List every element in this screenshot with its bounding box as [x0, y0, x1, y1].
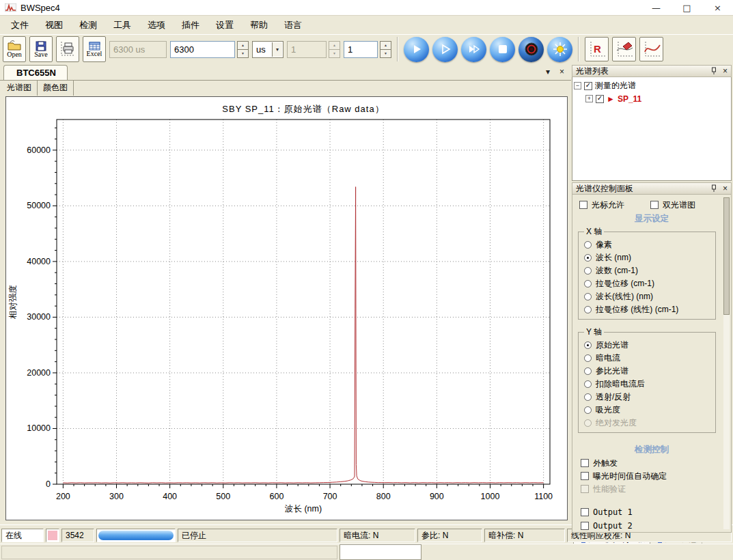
view-subtab[interactable]: 颜色图: [38, 80, 74, 96]
scrollbar-thumb[interactable]: [723, 197, 730, 315]
panel-close-icon[interactable]: ×: [723, 184, 728, 193]
x-axis-option[interactable]: 拉曼位移 (cm-1): [581, 277, 714, 290]
tree-expand-icon[interactable]: +: [585, 95, 593, 102]
option-label: 拉曼位移 (cm-1): [596, 278, 654, 290]
x-axis-option[interactable]: 拉曼位移 (线性) (cm-1): [581, 303, 714, 316]
radio-icon: [584, 393, 592, 401]
exposure-spinner[interactable]: ▲ ▼: [237, 41, 249, 58]
spectra-list-panel: 光谱列表 × − ✓ 测量的光谱 + ✓ ►: [572, 65, 732, 181]
smooth-curve-button[interactable]: [639, 37, 663, 61]
panel-scrollbar[interactable]: [723, 197, 730, 529]
detect-checkbox[interactable]: 曝光时间值自动确定: [581, 470, 731, 482]
run-once-button[interactable]: [432, 37, 458, 62]
radio-icon: [584, 419, 592, 427]
status-progress-cell: [96, 529, 176, 542]
tree-root-row[interactable]: − ✓ 测量的光谱: [574, 79, 730, 92]
item-checkbox[interactable]: ✓: [596, 95, 604, 103]
bottom-left-cell: [1, 546, 337, 559]
x-axis-option[interactable]: 像素: [581, 238, 714, 251]
menu-item[interactable]: 帮助: [242, 16, 276, 34]
menu-bar: 文件视图检测工具选项插件设置帮助语言: [0, 15, 733, 34]
reference-button[interactable]: R: [585, 37, 609, 61]
tab-list-dropdown-icon[interactable]: ▾: [546, 67, 550, 76]
x-axis-option[interactable]: 波长(线性) (nm): [581, 290, 714, 303]
status-reference: 参比: N: [417, 529, 482, 542]
menu-item[interactable]: 视图: [37, 16, 71, 34]
play-icon: [411, 44, 422, 55]
control-checkbox[interactable]: 双光谱图: [650, 199, 695, 211]
progress-bar: [98, 531, 174, 540]
pin-icon[interactable]: [710, 184, 717, 193]
output-checkbox[interactable]: Output 1: [581, 506, 731, 518]
menu-item[interactable]: 选项: [139, 16, 174, 34]
top-checkbox-row: 光标允许 双光谱图: [572, 199, 731, 211]
output-checkbox[interactable]: Output 2: [581, 520, 731, 532]
tree-collapse-icon[interactable]: −: [574, 82, 581, 89]
y-axis-option[interactable]: 吸光度: [581, 404, 714, 417]
option-label: 绝对发光度: [596, 417, 637, 429]
average-input[interactable]: [344, 41, 378, 58]
option-label: 吸光度: [596, 404, 620, 416]
y-axis-option[interactable]: 原始光谱: [581, 339, 714, 352]
tree-root-label: 测量的光谱: [595, 80, 636, 92]
stop-button[interactable]: [490, 37, 515, 62]
svg-text:800: 800: [376, 492, 391, 501]
select-arrow-icon[interactable]: ▾: [272, 42, 282, 57]
document-tab[interactable]: BTC655N: [3, 65, 68, 80]
y-axis-option[interactable]: 透射/反射: [581, 391, 714, 404]
frames-field: [287, 41, 327, 58]
window-controls: — □ ×: [641, 0, 733, 15]
maximize-button[interactable]: □: [672, 0, 702, 15]
pin-icon[interactable]: [710, 67, 717, 75]
dark-current-button[interactable]: [518, 37, 544, 62]
close-button[interactable]: ×: [702, 0, 733, 15]
svg-text:波长 (nm): 波长 (nm): [284, 504, 322, 514]
menu-item[interactable]: 语言: [276, 16, 310, 34]
y-axis-option[interactable]: 绝对发光度: [581, 417, 714, 430]
y-axis-option[interactable]: 参比光谱: [581, 365, 714, 378]
menu-item[interactable]: 文件: [3, 16, 37, 34]
erase-spectrum-button[interactable]: [612, 37, 636, 61]
control-checkbox[interactable]: 光标允许: [579, 199, 624, 211]
tab-close-icon[interactable]: ×: [559, 67, 564, 76]
status-online: 在线: [1, 529, 44, 542]
unit-select[interactable]: us ▾: [252, 41, 283, 58]
x-axis-option[interactable]: 波长 (nm): [581, 251, 714, 264]
svg-text:900: 900: [430, 492, 444, 501]
exposure-input[interactable]: [170, 41, 235, 58]
open-label: Open: [7, 51, 22, 58]
tree-item-row[interactable]: + ✓ ► SP_11: [574, 92, 730, 105]
svg-text:600: 600: [270, 492, 284, 501]
menu-item[interactable]: 插件: [174, 16, 208, 34]
radio-icon: [584, 254, 592, 262]
spectrum-item-label[interactable]: SP_11: [618, 94, 641, 104]
y-axis-group: Y 轴 原始光谱 暗电流: [578, 326, 716, 433]
minimize-button[interactable]: —: [641, 0, 672, 15]
excel-export-button[interactable]: Excel: [83, 36, 106, 62]
y-axis-option[interactable]: 扣除暗电流后: [581, 378, 714, 391]
x-axis-option[interactable]: 波数 (cm-1): [581, 264, 714, 277]
save-button[interactable]: Save: [29, 36, 53, 62]
radio-icon: [584, 280, 592, 288]
print-button[interactable]: [56, 36, 79, 62]
white-balance-button[interactable]: [547, 37, 572, 62]
view-subtab[interactable]: 光谱图: [1, 80, 38, 96]
panel-close-icon[interactable]: ×: [723, 66, 728, 76]
spin-down-icon: ▼: [237, 50, 249, 58]
svg-text:500: 500: [216, 492, 230, 501]
svg-text:60000: 60000: [27, 145, 51, 155]
run-button[interactable]: [404, 37, 429, 62]
detect-checkbox[interactable]: 性能验证: [581, 483, 731, 495]
active-marker-icon: ►: [607, 94, 615, 104]
detect-checkbox[interactable]: 外触发: [581, 457, 731, 469]
root-checkbox[interactable]: ✓: [584, 82, 592, 90]
average-spinner[interactable]: ▲ ▼: [380, 41, 391, 58]
menu-item[interactable]: 设置: [208, 16, 242, 34]
y-axis-option[interactable]: 暗电流: [581, 352, 714, 365]
option-label: 拉曼位移 (线性) (cm-1): [596, 304, 678, 316]
fast-forward-button[interactable]: [461, 37, 486, 62]
menu-item[interactable]: 工具: [105, 16, 139, 34]
menu-item[interactable]: 检测: [71, 16, 105, 34]
option-label: 波长(线性) (nm): [596, 291, 653, 303]
open-button[interactable]: Open: [3, 36, 26, 62]
